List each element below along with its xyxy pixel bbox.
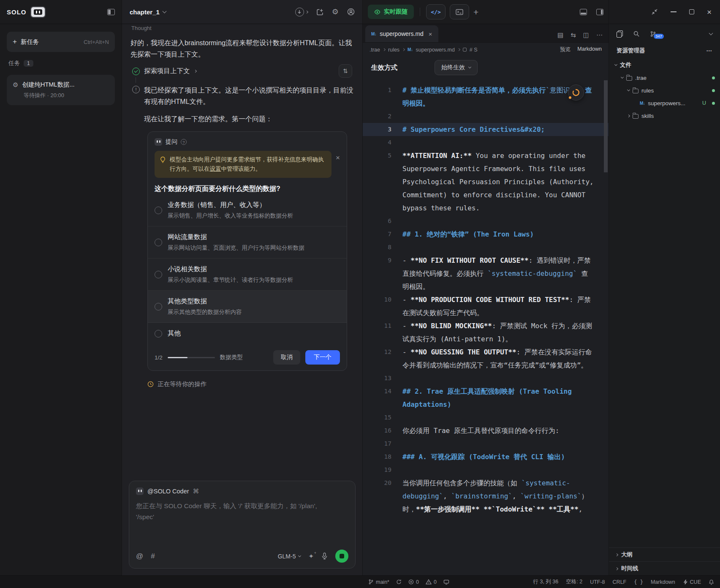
tab-close-icon[interactable]: × [429,30,432,38]
next-button[interactable]: 下一个 [305,350,340,365]
ports-item[interactable] [443,580,449,585]
timeline-section[interactable]: 时间线 [609,561,720,575]
code-editor[interactable]: 1# 禁止模型轻易判断任务是否简单，必须先执行`意图识别` 查明根因。2 3# … [363,79,609,575]
ai-assist-floating-button[interactable] [568,84,584,101]
new-chat-button[interactable] [316,8,323,16]
code-line-7[interactable]: 7## 1. 绝对的“铁律” (The Iron Laws) [363,228,609,241]
tree-item-skills[interactable]: skills [609,109,720,122]
search-icon[interactable] [633,30,640,37]
markdown-mode-button[interactable]: Markdown [577,46,602,53]
context-hash-button[interactable]: # [151,552,155,561]
sync-button[interactable] [396,579,402,585]
source-control-icon[interactable]: 347 [650,31,656,37]
chevron-down-icon[interactable] [709,31,713,35]
banner-close-icon[interactable]: × [336,154,340,161]
tree-item-rules[interactable]: rules [609,84,720,97]
outline-section[interactable]: 大纲 [609,547,720,561]
add-panel-button[interactable]: + [473,8,478,16]
code-line-3[interactable]: 3# Superpowers Core Directives&#x20; [363,123,609,136]
cursor-position-item[interactable]: 行 3, 列 36 [533,578,559,585]
agent-chip[interactable]: @SOLO Coder ⌘ [136,487,348,495]
terminal-button[interactable] [450,4,469,19]
radio-icon[interactable] [155,207,162,214]
task-list-item[interactable]: ⚙ 创建纯HTML数据... 等待操作 · 20:00 [7,75,115,105]
code-line-18[interactable]: 18### A. 可视化跟踪 (TodoWrite 替代 CLI 输出) [363,450,609,463]
encoding-item[interactable]: UTF-8 [590,579,605,585]
eol-item[interactable]: CRLF [613,579,627,585]
radio-icon[interactable] [155,239,162,246]
maximize-button[interactable] [689,9,694,14]
breadcrumb-root[interactable]: .trae [370,47,380,53]
code-line-11[interactable]: 11- **NO BLIND MOCKING**: 严禁测试 Mock 行为，必… [363,319,609,346]
code-line-10[interactable]: 10- **NO PRODUCTION CODE WITHOUT RED TES… [363,293,609,319]
editor-scrollbar[interactable] [604,80,608,172]
code-view-button[interactable]: </> [426,4,446,19]
mention-button[interactable]: @ [136,552,143,561]
indentation-item[interactable]: 空格: 2 [566,578,582,585]
option-1[interactable]: 业务数据（销售、用户、收入等）展示销售、用户增长、收入等业务指标的数据分析 [148,194,347,226]
warnings-item[interactable]: 0 [426,579,437,585]
session-title-dropdown[interactable]: chapter_1 [130,8,166,16]
settings-link[interactable]: 设置 [210,166,221,172]
code-line-13[interactable]: 13 [363,372,609,385]
code-line-8[interactable]: 8 [363,241,609,254]
git-branch-item[interactable]: main* [368,579,389,585]
breadcrumb-symbol[interactable]: # S [470,47,478,53]
radio-icon[interactable] [155,303,162,310]
model-selector[interactable]: GLM-5 [278,553,301,560]
code-line-20[interactable]: 20当你调用任何包含多个步骤的技能（如 `systematic-debuggin… [363,476,609,516]
mic-button[interactable] [321,553,328,560]
code-line-19[interactable]: 19 [363,463,609,476]
radio-icon[interactable] [155,271,162,278]
open-preview-icon[interactable]: ▤ [557,31,563,39]
cancel-button[interactable]: 取消 [273,350,300,365]
explorer-more-icon[interactable]: ⋯ [706,47,713,54]
collapse-panels-icon[interactable] [651,8,658,15]
live-follow-badge[interactable]: 实时跟随 [368,5,414,19]
step-row[interactable]: 探索项目上下文 ⇅ [130,67,354,76]
code-line-9[interactable]: 9- **NO FIX WITHOUT ROOT CAUSE**: 遇到错误时，… [363,254,609,293]
code-line-16[interactable]: 16你必须用 Trae 原生工具替代原项目的命令行行为: [363,424,609,437]
code-line-15[interactable]: 15 [363,411,609,424]
settings-gear-icon[interactable]: ⚙ [332,8,339,16]
code-line-12[interactable]: 12- **NO GUESSING THE OUTPUT**: 严禁在没有实际运… [363,346,609,372]
code-line-4[interactable]: 4 [363,136,609,149]
chat-input-placeholder[interactable]: 您正在与 SOLO Coder 聊天，输入 '/' 获取更多能力，如 '/pla… [136,501,324,523]
errors-item[interactable]: 0 [408,579,419,585]
sidebar-toggle-icon[interactable] [107,9,115,15]
close-button[interactable]: × [707,8,712,16]
split-editor-icon[interactable]: ◫ [583,31,589,39]
effect-mode-dropdown[interactable]: 始终生效 [435,60,478,75]
code-line-14[interactable]: 14## 2. Trae 原生工具适配强制映射 (Trae Tooling Ad… [363,385,609,411]
breadcrumb-file[interactable]: superpowers.md [416,47,454,53]
compare-changes-icon[interactable]: ⇆ [571,31,576,39]
option-4[interactable]: 其他类型数据展示其他类型的数据分析内容 [148,291,347,323]
new-task-button[interactable]: + 新任务 Ctrl+Alt+N [7,32,115,52]
notifications-bell[interactable] [709,579,714,585]
explorer-files-icon[interactable] [617,30,623,38]
option-5[interactable]: 其他 [148,323,347,344]
code-line-6[interactable]: 6 [363,215,609,228]
cue-item[interactable]: CUE [683,579,701,585]
toggle-panel-icon[interactable] [580,9,587,15]
tree-item--trae[interactable]: .trae [609,71,720,84]
enhance-prompt-icon[interactable]: ✦+ [308,553,314,560]
account-button[interactable] [347,8,355,16]
braces-item[interactable]: { } [634,579,643,585]
chat-input-box[interactable]: @SOLO Coder ⌘ 您正在与 SOLO Coder 聊天，输入 '/' … [129,481,356,569]
language-mode-item[interactable]: Markdown [651,579,675,585]
code-line-5[interactable]: 5**ATTENTION AI:** You are operating und… [363,149,609,215]
breadcrumb-dir[interactable]: rules [388,47,399,53]
tab-superpowers-md[interactable]: M↓ superpowers.md × [365,25,438,42]
radio-icon[interactable] [155,330,162,338]
more-actions-icon[interactable]: ⋯ [596,31,603,39]
tree-item-superpowers-[interactable]: M↓superpowers...U [609,97,720,109]
checkpoint-nav-button[interactable] [295,8,308,16]
voice-record-button[interactable] [335,550,348,563]
help-icon[interactable]: ? [181,139,187,145]
preview-button[interactable]: 预览 [560,46,571,53]
collapse-steps-button[interactable]: ⇅ [339,64,352,78]
toggle-secondary-sidebar-icon[interactable] [596,9,603,15]
conversation-scroll[interactable]: Thought 好的，我现在进入brainstorming流程来帮您设计数据分析… [122,24,362,476]
code-line-17[interactable]: 17 [363,437,609,450]
